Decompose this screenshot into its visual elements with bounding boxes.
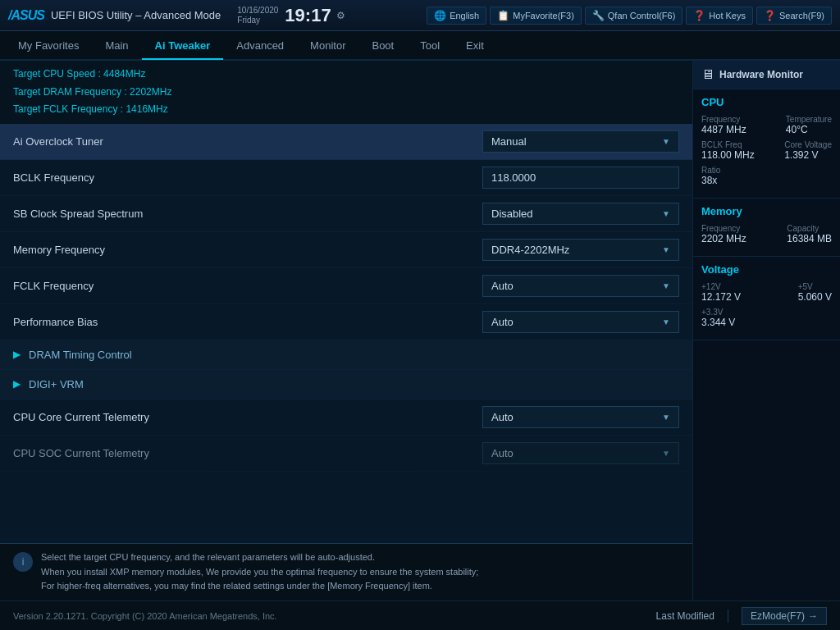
settings-icon[interactable]: ⚙: [336, 10, 345, 21]
bclk-corevolt-row: BCLK Freq 118.00 MHz Core Voltage 1.392 …: [701, 140, 832, 161]
cpu-freq-temp-row: Frequency 4487 MHz Temperature 40°C: [701, 115, 832, 135]
fclk-frequency-value: Auto ▼: [482, 275, 679, 297]
language-button[interactable]: 🌐 English: [427, 7, 486, 25]
hw-monitor-header: 🖥 Hardware Monitor: [693, 61, 840, 89]
memory-section-title: Memory: [701, 205, 832, 217]
tab-tool[interactable]: Tool: [407, 33, 453, 60]
cpu-temp-col: Temperature 40°C: [786, 115, 832, 135]
target-cpu-speed: Target CPU Speed : 4484MHz: [13, 66, 679, 84]
ai-overclock-tuner-dropdown[interactable]: Manual ▼: [482, 130, 679, 153]
arrow-right-icon: →: [808, 610, 818, 622]
sb-clock-dropdown[interactable]: Disabled ▼: [482, 203, 679, 225]
info-icon: i: [13, 552, 33, 572]
tab-ai-tweaker[interactable]: Ai Tweaker: [142, 33, 224, 60]
cpu-core-telemetry-row: CPU Core Current Telemetry Auto ▼: [0, 399, 692, 436]
chevron-down-icon: ▼: [662, 137, 670, 146]
bclk-frequency-row: BCLK Frequency: [0, 160, 692, 196]
ez-mode-button[interactable]: EzMode(F7) →: [742, 607, 827, 625]
cpu-freq-label: Frequency: [701, 115, 746, 124]
v12-value: 12.172 V: [701, 291, 741, 303]
tab-monitor[interactable]: Monitor: [297, 33, 358, 60]
cpu-freq-value: 4487 MHz: [701, 124, 746, 135]
mem-freq-value: 2202 MHz: [701, 233, 746, 244]
sb-clock-row: SB Clock Spread Spectrum Disabled ▼: [0, 196, 692, 232]
sb-clock-label: SB Clock Spread Spectrum: [13, 208, 482, 220]
mem-capacity-col: Capacity 16384 MB: [787, 224, 832, 244]
hotkeys-label: Hot Keys: [709, 11, 746, 21]
left-panel: Target CPU Speed : 4484MHz Target DRAM F…: [0, 61, 692, 600]
header-time: 19:17: [285, 5, 331, 26]
core-voltage-col: Core Voltage 1.392 V: [784, 140, 832, 161]
myfavorite-label: MyFavorite(F3): [513, 11, 574, 21]
mem-frequency-col: Frequency 2202 MHz: [701, 224, 746, 244]
memory-frequency-value: DDR4-2202MHz ▼: [482, 239, 679, 261]
chevron-down-icon: ▼: [662, 317, 670, 326]
voltage-section-title: Voltage: [701, 263, 832, 276]
cpu-core-telemetry-label: CPU Core Current Telemetry: [13, 411, 482, 423]
mem-capacity-value: 16384 MB: [787, 233, 832, 244]
tab-main[interactable]: Main: [92, 33, 141, 60]
header-weekday: Friday: [237, 16, 278, 25]
search-icon: ❓: [764, 10, 776, 21]
hotkeys-icon: ❓: [693, 10, 705, 21]
fan-icon: 🔧: [592, 10, 605, 21]
v5-label: +5V: [798, 282, 832, 291]
footer-divider: [728, 609, 728, 623]
last-modified-button[interactable]: Last Modified: [656, 610, 714, 622]
cpu-core-telemetry-dropdown[interactable]: Auto ▼: [482, 406, 679, 428]
dram-timing-section[interactable]: ▶ DRAM Timing Control: [0, 340, 692, 370]
memory-frequency-dropdown[interactable]: DDR4-2202MHz ▼: [482, 239, 679, 261]
chevron-down-icon: ▼: [662, 413, 670, 422]
cpu-section: CPU Frequency 4487 MHz Temperature 40°C …: [693, 89, 840, 199]
help-text-line1: Select the target CPU frequency, and the…: [41, 550, 478, 565]
performance-bias-dropdown[interactable]: Auto ▼: [482, 311, 679, 333]
v5-col: +5V 5.060 V: [798, 282, 832, 303]
chevron-down-icon: ▼: [662, 209, 670, 218]
search-label: Search(F9): [779, 11, 824, 21]
hw-monitor-title: Hardware Monitor: [719, 69, 803, 80]
bclk-frequency-value: [482, 167, 679, 189]
myfavorite-button[interactable]: 📋 MyFavorite(F3): [490, 7, 582, 25]
tab-boot[interactable]: Boot: [358, 33, 407, 60]
help-text-line2: When you install XMP memory modules, We …: [41, 565, 478, 580]
v33-value: 3.344 V: [701, 317, 735, 328]
ai-overclock-tuner-value: Manual ▼: [482, 130, 679, 153]
cpu-soc-telemetry-value: Auto ▼: [482, 442, 679, 464]
mem-freq-label: Frequency: [701, 224, 746, 233]
globe-icon: 🌐: [434, 10, 446, 21]
datetime-area: 10/16/2020 Friday 19:17 ⚙: [237, 5, 345, 26]
fclk-frequency-dropdown[interactable]: Auto ▼: [482, 275, 679, 297]
v12-col: +12V 12.172 V: [701, 282, 741, 303]
favorite-icon: 📋: [497, 10, 509, 21]
v5-value: 5.060 V: [798, 291, 832, 303]
info-bar: Target CPU Speed : 4484MHz Target DRAM F…: [0, 61, 692, 124]
chevron-down-icon: ▼: [662, 245, 670, 254]
bclk-value: 118.00 MHz: [701, 149, 755, 161]
search-button[interactable]: ❓ Search(F9): [756, 7, 832, 25]
digi-vrm-section[interactable]: ▶ DIGI+ VRM: [0, 370, 692, 399]
help-area: i Select the target CPU frequency, and t…: [0, 543, 692, 600]
mem-freq-cap-row: Frequency 2202 MHz Capacity 16384 MB: [701, 224, 832, 244]
cpu-soc-telemetry-label: CPU SOC Current Telemetry: [13, 447, 482, 459]
asus-logo: /ASUS: [8, 8, 44, 23]
performance-bias-row: Performance Bias Auto ▼: [0, 304, 692, 340]
memory-frequency-selected: DDR4-2202MHz: [491, 244, 569, 256]
cpu-soc-telemetry-dropdown[interactable]: Auto ▼: [482, 442, 679, 464]
tab-my-favorites[interactable]: My Favorites: [5, 33, 92, 60]
nav-bar: My Favorites Main Ai Tweaker Advanced Mo…: [0, 31, 840, 61]
tab-exit[interactable]: Exit: [453, 33, 497, 60]
ai-overclock-tuner-label: Ai Overclock Tuner: [13, 135, 482, 148]
footer-right: Last Modified EzMode(F7) →: [656, 607, 827, 625]
header-date: 10/16/2020: [237, 6, 278, 16]
qfan-button[interactable]: 🔧 Qfan Control(F6): [585, 7, 683, 25]
cpu-core-telemetry-value: Auto ▼: [482, 406, 679, 428]
qfan-label: Qfan Control(F6): [608, 11, 676, 21]
cpu-section-title: CPU: [701, 96, 832, 108]
tab-advanced[interactable]: Advanced: [223, 33, 297, 60]
digi-vrm-label: DIGI+ VRM: [29, 378, 84, 390]
bclk-frequency-input[interactable]: [482, 167, 679, 189]
version-text: Version 2.20.1271. Copyright (C) 2020 Am…: [13, 611, 277, 621]
expand-icon: ▶: [13, 349, 21, 360]
cpu-core-telemetry-selected: Auto: [491, 411, 514, 423]
hotkeys-button[interactable]: ❓ Hot Keys: [686, 7, 753, 25]
